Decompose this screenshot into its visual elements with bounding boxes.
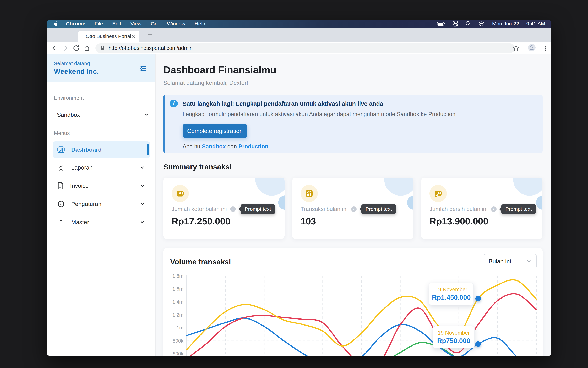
summary-card-net: Jumlah bersih bulan ini Prompt text Rp13… [421,178,543,239]
chevron-down-icon [140,183,145,188]
sandbox-link[interactable]: Sandbox [202,143,226,150]
sidebar-item-label: Dashboard [71,146,145,153]
page-subtitle: Selamat datang kembali, Dexter! [163,79,248,86]
home-button[interactable] [83,44,90,52]
menubar-date[interactable]: Mon Jun 22 [492,21,519,27]
volume-line-chart: 1.8m1.6m1.4m1.2m1m800k600k [170,272,539,356]
sidebar: Selamat datang Weekend Inc. Environment … [47,54,156,356]
chevron-down-icon [140,201,145,207]
macos-menubar: Chrome File Edit View Go Window Help Mon… [47,20,551,28]
tooltip-value: Rp750.000 [433,337,474,345]
complete-registration-button[interactable]: Complete registration [183,124,247,138]
svg-text:800k: 800k [173,338,183,344]
browser-tab[interactable]: Otto Business Portal [78,31,139,42]
tab-close-icon[interactable] [131,34,136,38]
volume-chart-card: Volume transaksi Bulan ini 1.8m1.6m1.4m1… [163,248,543,356]
bookmark-star-icon[interactable] [512,44,520,52]
sidebar-collapse-icon[interactable] [139,65,147,72]
sidebar-item-laporan[interactable]: Laporan [53,159,150,176]
sidebar-item-master[interactable]: Master [53,214,150,231]
tooltip-value: Rp1.450.000 [429,294,473,301]
info-icon[interactable] [351,206,357,212]
banner-help-line: Apa itu Sandbox dan Production [183,143,268,150]
apple-menu-icon[interactable] [53,21,58,27]
help-prefix: Apa itu [183,143,200,150]
summary-heading: Summary transaksi [163,163,232,171]
menubar-item-edit[interactable]: Edit [112,21,121,27]
decor-circle-small [278,195,285,210]
sidebar-header: Selamat datang Weekend Inc. [47,54,155,82]
chart-growth-icon [300,185,318,202]
chart-tooltip: 19 November Rp750.000 [433,326,475,348]
production-link[interactable]: Production [238,143,268,150]
address-bar[interactable]: http://ottobusinessportal.com/admin [95,43,515,53]
chevron-down-icon [143,112,149,118]
svg-text:1.8m: 1.8m [172,273,183,279]
active-item-indicator [147,144,149,155]
invoice-document-icon [57,182,63,189]
main-area: Dashboard Finansialmu Selamat datang kem… [156,54,551,356]
control-center-icon[interactable] [452,21,458,27]
card-label: Jumlah kotor bulan ini [172,206,227,212]
decor-circle-small [407,195,414,210]
sidebar-greeting: Selamat datang [54,61,90,66]
period-filter-value: Bulan ini [489,258,526,265]
series-blue-line [187,318,536,356]
card-label: Transaksi bulan ini [300,206,348,212]
sidebar-item-invoice[interactable]: Invoice [53,177,150,194]
menubar-clock[interactable]: 9:41 AM [526,21,545,27]
card-value: Rp13.900.000 [429,216,488,227]
info-icon[interactable] [230,206,236,212]
svg-text:1m: 1m [177,325,183,331]
decor-circle-small [536,195,543,210]
chevron-down-icon [140,165,145,170]
svg-text:600k: 600k [173,351,183,356]
battery-icon[interactable] [437,21,445,27]
chevron-down-icon [140,220,145,225]
banner-description: Lengkapi formulir pendaftaran untuk akti… [183,111,455,118]
tooltip-date: 19 November [433,330,474,336]
chart-tooltip: 19 November Rp1.450.000 [429,283,474,305]
menubar-item-help[interactable]: Help [195,21,205,27]
dashboard-icon [57,146,65,153]
browser-toolbar: http://ottobusinessportal.com/admin [47,42,551,54]
wifi-icon[interactable] [478,21,485,27]
page-content: Selamat datang Weekend Inc. Environment … [47,54,551,356]
reload-button[interactable] [72,44,80,52]
page-title: Dashboard Finansialmu [163,64,276,75]
sidebar-item-dashboard[interactable]: Dashboard [53,141,150,158]
period-filter-dropdown[interactable]: Bulan ini [484,254,537,268]
registration-banner: Satu langkah lagi! Lengkapi pendaftaran … [163,95,543,153]
chart-marker-dot [475,341,481,347]
url-text: http://ottobusinessportal.com/admin [109,45,193,51]
info-icon[interactable] [491,206,497,212]
banner-accent-stripe [163,95,165,153]
decor-circle-large [513,178,543,196]
prompt-tooltip: Prompt text [362,204,396,214]
menubar-item-window[interactable]: Window [167,21,185,27]
card-value: 103 [300,216,316,227]
menubar-item-view[interactable]: View [130,21,141,27]
environment-selector[interactable]: Sandbox [54,109,149,121]
sidebar-item-label: Invoice [70,183,140,189]
environment-section-label: Environment [54,95,84,101]
forward-button[interactable] [62,44,69,52]
sidebar-item-pengaturan[interactable]: Pengaturan [53,195,150,212]
browser-menu-icon[interactable] [541,44,549,52]
prompt-tooltip: Prompt text [241,204,275,214]
new-tab-button[interactable] [147,32,153,37]
sidebar-item-label: Pengaturan [71,201,140,207]
wallet-check-icon [429,185,447,202]
menubar-app-name[interactable]: Chrome [66,21,85,27]
svg-text:1.2m: 1.2m [172,312,183,318]
back-button[interactable] [51,44,58,52]
card-label: Jumlah bersih bulan ini [429,206,488,212]
chart-title: Volume transaksi [170,258,231,266]
tab-strip: Otto Business Portal [47,28,551,42]
profile-avatar[interactable] [528,44,535,51]
menubar-item-file[interactable]: File [95,21,103,27]
spotlight-search-icon[interactable] [465,21,471,27]
menubar-item-go[interactable]: Go [151,21,158,27]
sidebar-item-label: Master [71,219,140,226]
menus-section-label: Menus [54,130,70,136]
